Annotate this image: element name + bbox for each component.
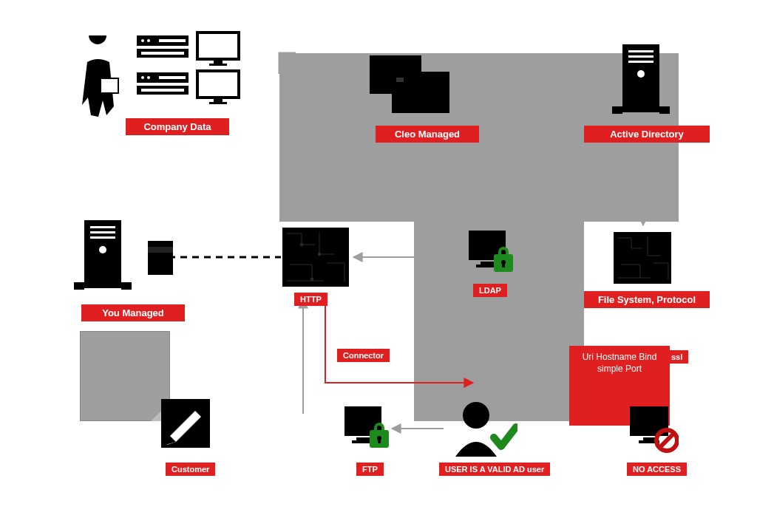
uri-hostname-text: Uri Hostname Bind simple Port [583, 352, 657, 374]
svg-rect-43 [481, 262, 494, 265]
monitor-icon-1 [196, 31, 240, 66]
svg-rect-48 [502, 262, 505, 267]
active-directory-label: Active Directory [584, 126, 710, 143]
svg-rect-18 [209, 102, 227, 104]
svg-rect-6 [141, 52, 184, 55]
svg-rect-23 [612, 106, 622, 114]
ftp-label: FTP [356, 463, 384, 476]
svg-rect-8 [214, 61, 223, 64]
you-managed-tower-icon [74, 220, 132, 294]
svg-rect-16 [197, 71, 239, 98]
svg-rect-30 [74, 282, 84, 290]
sticky-note-icon [80, 331, 170, 421]
svg-rect-25 [628, 50, 654, 52]
svg-rect-32 [90, 226, 115, 228]
svg-rect-52 [356, 437, 370, 440]
active-directory-tower-icon [612, 44, 670, 118]
stripe-card-icon [148, 241, 173, 275]
svg-rect-26 [628, 55, 654, 58]
svg-rect-60 [643, 437, 655, 440]
ftp-computer-lock-icon [342, 405, 390, 452]
svg-point-41 [310, 278, 313, 281]
svg-rect-49 [614, 232, 671, 284]
no-access-computer-icon [627, 405, 679, 454]
svg-rect-37 [148, 247, 173, 253]
svg-point-4 [147, 39, 150, 42]
svg-point-40 [318, 253, 321, 256]
svg-rect-36 [148, 241, 173, 275]
network-server-icon-2 [137, 72, 189, 95]
svg-point-39 [300, 243, 303, 246]
diagram-stage: Company Data Cleo Managed Active Directo… [0, 0, 757, 532]
svg-rect-14 [159, 76, 186, 79]
ldap-computer-lock-icon [466, 229, 515, 276]
svg-rect-34 [90, 236, 115, 239]
svg-rect-22 [622, 44, 659, 112]
you-managed-label: You Managed [81, 304, 185, 321]
validation-label: USER IS A VALID AD user [439, 463, 550, 476]
svg-rect-15 [141, 89, 184, 92]
svg-rect-38 [282, 228, 349, 287]
svg-rect-27 [628, 61, 654, 63]
ssl-label: ssl [665, 350, 688, 364]
svg-rect-33 [90, 231, 115, 233]
svg-rect-57 [378, 438, 381, 443]
filesystem-label: File System, Protocol [584, 291, 710, 308]
svg-point-35 [99, 246, 106, 253]
company-data-label: Company Data [126, 118, 229, 135]
svg-rect-7 [197, 33, 239, 59]
network-server-icon-1 [137, 35, 189, 58]
svg-rect-31 [121, 282, 132, 290]
svg-rect-9 [209, 64, 227, 66]
http-label: HTTP [294, 293, 327, 306]
svg-point-12 [141, 76, 144, 79]
svg-rect-5 [159, 39, 186, 42]
svg-rect-17 [214, 99, 223, 102]
svg-rect-0 [101, 78, 118, 93]
svg-point-3 [141, 39, 144, 42]
svg-point-58 [463, 402, 489, 429]
no-access-label: NO ACCESS [627, 463, 687, 476]
connector-label: Connector [337, 349, 390, 362]
cleo-managed-label: Cleo Managed [376, 126, 479, 143]
pencil-icon [161, 399, 210, 448]
person-with-papers-icon [74, 35, 126, 117]
svg-rect-29 [84, 220, 121, 288]
svg-rect-21 [396, 78, 404, 82]
svg-point-13 [147, 76, 150, 79]
customer-label: Customer [166, 463, 215, 476]
svg-rect-24 [659, 106, 670, 114]
svg-point-28 [637, 70, 645, 78]
stacked-servers-icon [370, 55, 451, 115]
filesystem-circuit-panel-icon [614, 232, 671, 284]
monitor-icon-2 [196, 69, 240, 105]
user-check-icon [451, 399, 517, 457]
ldap-label: LDAP [473, 284, 507, 297]
http-circuit-panel-icon [282, 228, 349, 287]
